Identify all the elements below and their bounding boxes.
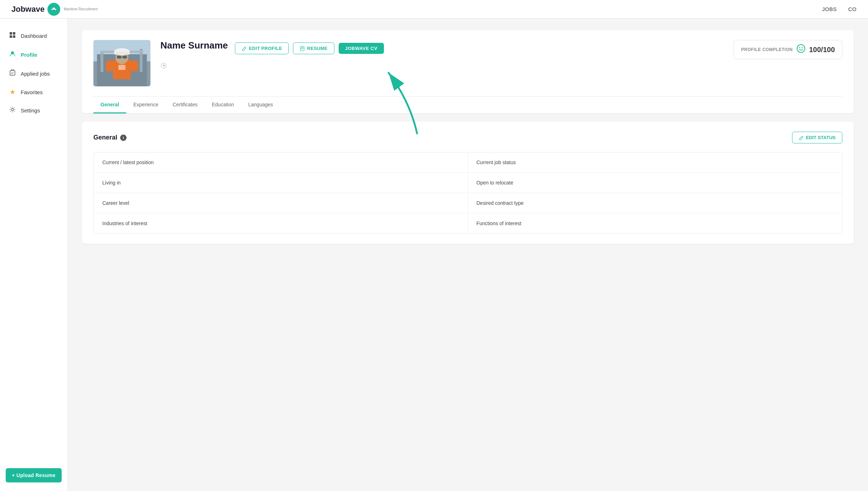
brand-name: Jobwave — [11, 5, 45, 14]
sidebar-item-profile[interactable]: Profile — [0, 46, 67, 64]
top-navigation: Jobwave Maritime Recruitment JOBS CO — [0, 0, 868, 19]
settings-icon — [9, 106, 16, 115]
section-title: General i — [93, 134, 127, 141]
resume-button[interactable]: RESUME — [293, 42, 334, 54]
edit-status-icon — [799, 135, 804, 140]
fields-container: Current / latest position Current job st… — [93, 152, 842, 234]
section-header: General i EDIT STATUS — [93, 132, 842, 143]
profile-actions: EDIT PROFILE RESUME JOBWAVE CV — [235, 42, 384, 54]
sidebar-label-applied-jobs: Applied jobs — [21, 71, 50, 77]
co-link[interactable]: CO — [848, 6, 857, 12]
tab-general[interactable]: General — [93, 97, 126, 113]
field-label-industries: Industries of interest — [102, 221, 459, 226]
profile-avatar — [93, 40, 150, 86]
sidebar-label-favorites: Favorites — [21, 89, 43, 95]
field-desired-contract: Desired contract type — [468, 193, 842, 213]
svg-rect-25 — [301, 46, 304, 51]
svg-point-1 — [53, 7, 55, 10]
applied-jobs-icon — [9, 69, 16, 78]
tab-languages[interactable]: Languages — [241, 97, 280, 113]
subtitle-icon — [160, 62, 167, 69]
brand-subtitle: Maritime Recruitment — [64, 7, 98, 11]
sidebar-item-dashboard[interactable]: Dashboard — [0, 27, 67, 45]
sidebar-item-settings[interactable]: Settings — [0, 102, 67, 119]
completion-label: PROFILE COMPLETION — [741, 47, 792, 52]
tab-experience[interactable]: Experience — [126, 97, 165, 113]
field-label-current-position: Current / latest position — [102, 160, 459, 165]
svg-rect-22 — [106, 61, 113, 71]
field-current-job-status: Current job status — [468, 152, 842, 173]
profile-name: Name Surname — [160, 40, 228, 51]
field-label-open-to-relocate: Open to relocate — [477, 180, 834, 186]
field-industries: Industries of interest — [94, 213, 468, 233]
svg-rect-4 — [10, 35, 12, 38]
upload-resume-button[interactable]: + Upload Resume — [6, 468, 62, 482]
app-layout: Dashboard Profile Applied jobs ★ Favorit… — [0, 19, 868, 491]
svg-rect-19 — [117, 56, 121, 59]
svg-point-27 — [797, 45, 805, 52]
svg-rect-5 — [13, 35, 15, 38]
field-current-position: Current / latest position — [94, 152, 468, 173]
svg-rect-24 — [118, 65, 125, 70]
profile-top-row: Name Surname EDIT PROFILE RESUME JOBWAVE… — [93, 40, 842, 86]
edit-icon — [242, 46, 247, 51]
field-label-desired-contract: Desired contract type — [477, 200, 834, 206]
main-content: Name Surname EDIT PROFILE RESUME JOBWAVE… — [68, 19, 868, 491]
resume-icon — [300, 46, 305, 51]
profile-subtitle — [160, 62, 724, 70]
svg-rect-20 — [123, 56, 127, 59]
edit-status-button[interactable]: EDIT STATUS — [792, 132, 842, 143]
info-icon: i — [120, 135, 127, 141]
field-label-career-level: Career level — [102, 200, 459, 206]
svg-point-29 — [802, 47, 803, 48]
dashboard-icon — [9, 31, 16, 40]
favorites-icon: ★ — [9, 88, 16, 96]
svg-point-28 — [799, 47, 800, 48]
field-open-to-relocate: Open to relocate — [468, 173, 842, 193]
sidebar-label-profile: Profile — [21, 52, 37, 58]
smiley-icon — [796, 44, 806, 53]
completion-icon — [796, 44, 806, 55]
field-label-current-job-status: Current job status — [477, 160, 834, 165]
profile-completion-area: PROFILE COMPLETION 100/100 — [734, 40, 842, 59]
field-label-functions: Functions of interest — [477, 221, 834, 226]
jobs-link[interactable]: JOBS — [822, 6, 837, 12]
logo[interactable]: Jobwave Maritime Recruitment — [11, 3, 98, 16]
avatar-image — [93, 40, 150, 86]
sidebar: Dashboard Profile Applied jobs ★ Favorit… — [0, 19, 68, 491]
logo-icon — [49, 4, 59, 14]
sidebar-label-dashboard: Dashboard — [21, 33, 47, 39]
svg-rect-3 — [13, 32, 15, 35]
field-living-in: Living in — [94, 173, 468, 193]
general-section-card: General i EDIT STATUS Current / latest p… — [82, 122, 854, 244]
svg-point-8 — [11, 108, 14, 111]
sidebar-item-applied-jobs[interactable]: Applied jobs — [0, 65, 67, 82]
tab-certificates[interactable]: Certificates — [165, 97, 205, 113]
profile-header-card: Name Surname EDIT PROFILE RESUME JOBWAVE… — [82, 30, 854, 113]
completion-score: 100/100 — [809, 46, 835, 54]
tab-education[interactable]: Education — [205, 97, 241, 113]
field-label-living-in: Living in — [102, 180, 459, 186]
top-nav-links: JOBS CO — [822, 6, 857, 12]
svg-rect-18 — [114, 52, 130, 55]
profile-details-area: Name Surname EDIT PROFILE RESUME JOBWAVE… — [160, 40, 724, 70]
sidebar-label-settings: Settings — [21, 107, 40, 113]
profile-icon — [9, 50, 16, 59]
svg-rect-12 — [101, 51, 103, 72]
edit-profile-button[interactable]: EDIT PROFILE — [235, 42, 289, 54]
sidebar-item-favorites[interactable]: ★ Favorites — [0, 84, 67, 100]
sidebar-nav: Dashboard Profile Applied jobs ★ Favorit… — [0, 27, 67, 460]
field-functions: Functions of interest — [468, 213, 842, 233]
fields-grid: Current / latest position Current job st… — [94, 152, 842, 233]
svg-rect-23 — [131, 61, 138, 71]
field-career-level: Career level — [94, 193, 468, 213]
svg-rect-2 — [10, 32, 12, 35]
profile-tabs: General Experience Certificates Educatio… — [93, 96, 842, 113]
jobwave-cv-button[interactable]: JOBWAVE CV — [339, 43, 384, 54]
